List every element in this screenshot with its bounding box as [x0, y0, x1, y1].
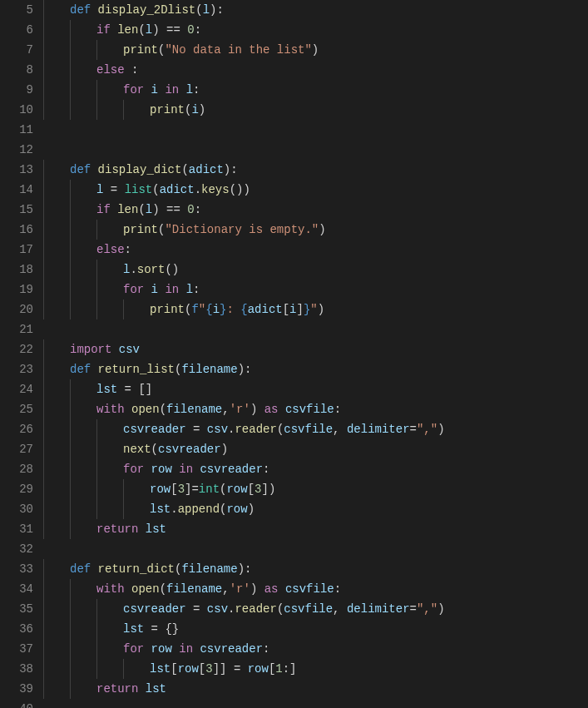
code-line[interactable]: print(i): [43, 100, 445, 120]
code-line[interactable]: next(csvreader): [43, 439, 445, 459]
indent-guide: [96, 40, 97, 60]
token-pun: :: [131, 63, 138, 77]
code-line[interactable]: with open(filename,'r') as csvfile:: [43, 399, 445, 419]
token-pun: (): [165, 263, 179, 276]
code-line[interactable]: for i in l:: [43, 280, 445, 300]
token-var: adict: [189, 163, 224, 176]
code-tokens: for i in l:: [123, 83, 200, 97]
code-line[interactable]: for row in csvreader:: [43, 639, 445, 659]
token-pun: ): [221, 443, 228, 456]
token-var: csvfile: [284, 602, 333, 616]
token-pun: ): [250, 582, 264, 596]
code-line[interactable]: [43, 120, 445, 140]
line-number: 32: [0, 539, 33, 559]
token-pun: ): [319, 223, 325, 236]
token-ctrl: with: [96, 403, 131, 416]
code-tokens: if len(l) == 0:: [96, 23, 201, 37]
indent-guide: [123, 479, 124, 499]
line-number: 12: [0, 140, 33, 160]
code-line[interactable]: lst.append(row): [43, 499, 445, 519]
code-line[interactable]: csvreader = csv.reader(csvfile, delimite…: [43, 419, 445, 439]
token-fn: reader: [235, 423, 276, 436]
indent-guide: [43, 40, 44, 60]
token-pun: ): [437, 602, 444, 616]
code-tokens: import csv: [70, 343, 140, 356]
code-tokens: else :: [96, 63, 138, 77]
line-number: 35: [0, 599, 33, 619]
code-line[interactable]: print("Dictionary is empty."): [43, 220, 445, 240]
token-ctrl: in: [172, 463, 200, 476]
code-line[interactable]: lst = {}: [43, 619, 445, 639]
code-line[interactable]: def display_2Dlist(l):: [43, 0, 445, 20]
token-pun: ): [318, 303, 324, 316]
token-ctrl: in: [172, 642, 200, 656]
code-line[interactable]: lst = []: [43, 379, 445, 399]
indent-guide: [43, 399, 44, 419]
code-line[interactable]: else :: [43, 60, 445, 80]
line-number: 28: [0, 459, 33, 479]
token-pun: [: [170, 662, 177, 676]
code-line[interactable]: import csv: [43, 339, 445, 359]
indent-guide: [43, 20, 44, 40]
code-line[interactable]: if len(l) == 0:: [43, 20, 445, 40]
code-line[interactable]: print("No data in the list"): [43, 40, 445, 60]
token-var: l: [203, 3, 210, 17]
code-line[interactable]: return lst: [43, 679, 445, 699]
token-var: lst: [123, 622, 144, 636]
code-line[interactable]: def return_dict(filename):: [43, 559, 445, 579]
token-var: lst: [150, 503, 170, 516]
code-content[interactable]: def display_2Dlist(l):if len(l) == 0:pri…: [37, 0, 445, 708]
indent-guide: [123, 659, 124, 679]
token-pun: ): [248, 503, 254, 516]
code-line[interactable]: return lst: [43, 519, 445, 539]
code-line[interactable]: if len(l) == 0:: [43, 200, 445, 220]
indent-guide: [70, 499, 71, 519]
code-line[interactable]: for row in csvreader:: [43, 459, 445, 479]
indent-guide: [43, 519, 44, 539]
indent-guide: [43, 200, 44, 220]
code-line[interactable]: lst[row[3]] = row[1:]: [43, 659, 445, 679]
code-editor[interactable]: 5678910111213141516171819202122232425262…: [0, 0, 588, 708]
code-line[interactable]: row[3]=int(row[3]): [43, 479, 445, 499]
code-line[interactable]: [43, 140, 445, 160]
token-op: =: [234, 662, 248, 676]
token-op: ==: [166, 23, 187, 37]
indent-guide: [70, 180, 71, 200]
line-number: 30: [0, 499, 33, 519]
token-fn: print: [150, 103, 185, 116]
line-number: 16: [0, 220, 33, 240]
token-var: csvreader: [123, 423, 186, 436]
code-line[interactable]: with open(filename,'r') as csvfile:: [43, 579, 445, 599]
token-var: filename: [181, 363, 237, 376]
code-line[interactable]: def return_list(filename):: [43, 359, 445, 379]
code-line[interactable]: [43, 539, 445, 559]
token-var: lst: [150, 662, 170, 676]
token-pun: [: [283, 303, 289, 316]
code-tokens: next(csvreader): [123, 443, 228, 456]
indent-guide: [96, 419, 97, 439]
indent-guide: [43, 100, 44, 120]
code-tokens: return lst: [96, 522, 166, 536]
token-pun: ]]: [213, 662, 234, 676]
token-str: ": [310, 303, 317, 316]
line-number: 23: [0, 359, 33, 379]
token-var: csvfile: [285, 582, 334, 596]
token-pun: [: [248, 483, 254, 496]
token-var: adict: [248, 303, 283, 316]
code-line[interactable]: [43, 699, 445, 708]
indent-guide: [70, 579, 71, 599]
code-line[interactable]: csvreader = csv.reader(csvfile, delimite…: [43, 599, 445, 619]
token-var: csvreader: [200, 463, 263, 476]
code-line[interactable]: [43, 319, 445, 339]
code-line[interactable]: print(f"{i}: {adict[i]}"): [43, 300, 445, 319]
code-line[interactable]: l = list(adict.keys()): [43, 180, 445, 200]
code-line[interactable]: else:: [43, 240, 445, 260]
code-line[interactable]: for i in l:: [43, 80, 445, 100]
code-line[interactable]: def display_dict(adict):: [43, 160, 445, 180]
code-tokens: if len(l) == 0:: [96, 203, 201, 216]
code-line[interactable]: l.sort(): [43, 260, 445, 280]
token-op: ==: [166, 203, 187, 216]
indent-guide: [70, 80, 71, 100]
token-op: =: [186, 602, 207, 616]
indent-guide: [70, 260, 71, 280]
